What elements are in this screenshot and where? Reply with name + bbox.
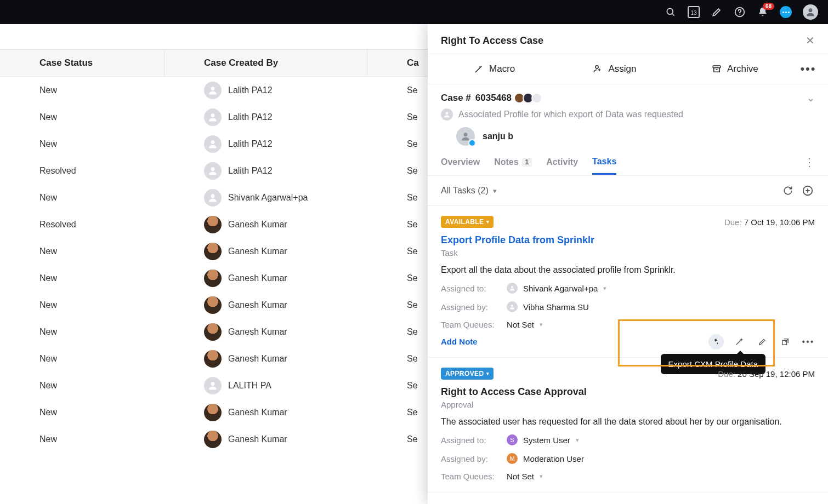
- svg-line-1: [672, 14, 674, 16]
- cell-created-by: Ganesh Kumar: [165, 216, 367, 233]
- task-status-badge[interactable]: APPROVED ▾: [441, 368, 494, 380]
- associated-profile-label-row: Associated Profile for which export of D…: [441, 108, 815, 121]
- topbar: 13 68: [0, 0, 828, 24]
- chevron-down-icon: ▾: [486, 371, 489, 376]
- cell-created-by: Ganesh Kumar: [165, 431, 367, 448]
- task-title[interactable]: Export Profile Data from Sprinklr: [441, 234, 815, 246]
- cell-status: New: [0, 434, 165, 444]
- task-subtitle: Approval: [441, 400, 815, 409]
- cell-status: New: [0, 85, 165, 95]
- open-external-icon[interactable]: [778, 334, 793, 350]
- svg-point-9: [211, 194, 215, 198]
- task-due: Due: 20 Sep 19, 12:06 PM: [718, 369, 815, 379]
- tasks-filter-dropdown[interactable]: All Tasks (2) ▾: [441, 186, 497, 196]
- cell-status: New: [0, 300, 165, 310]
- svg-point-14: [464, 133, 468, 136]
- case-participants[interactable]: [516, 93, 542, 104]
- user-avatar[interactable]: [803, 4, 818, 20]
- cell-status: New: [0, 327, 165, 337]
- task-assigned-by: Assigned by:Vibha Sharma SU: [441, 301, 815, 312]
- expand-case-icon[interactable]: ⌄: [807, 92, 815, 104]
- more-actions-icon[interactable]: •••: [795, 62, 821, 76]
- svg-point-11: [596, 66, 598, 68]
- task-subtitle: Task: [441, 248, 815, 257]
- edit-icon[interactable]: [711, 6, 723, 18]
- user-avatar-icon: [204, 162, 222, 180]
- chevron-down-icon: ▾: [603, 285, 606, 292]
- tab-more-icon[interactable]: ⋮: [804, 156, 815, 175]
- profile-avatar: [456, 127, 475, 146]
- task-description: Export all the data about the associated…: [441, 265, 815, 275]
- calendar-day: 13: [690, 10, 696, 16]
- cell-created-by: Ganesh Kumar: [165, 404, 367, 421]
- task-assigned-to[interactable]: Assigned to:Shivank Agarwal+pa▾: [441, 283, 815, 294]
- chevron-down-icon: ▾: [486, 219, 489, 225]
- archive-button[interactable]: Archive: [675, 64, 795, 75]
- user-avatar-icon: [204, 216, 222, 233]
- cell-created-by: Ganesh Kumar: [165, 270, 367, 287]
- svg-point-5: [211, 87, 215, 90]
- profile-name: sanju b: [483, 131, 513, 141]
- svg-point-0: [667, 8, 673, 14]
- column-header-created-by[interactable]: Case Created By: [165, 50, 367, 76]
- associated-profile[interactable]: sanju b: [441, 127, 815, 146]
- tab-tasks[interactable]: Tasks: [592, 157, 616, 175]
- archive-icon: [712, 64, 722, 74]
- task-due: Due: 7 Oct 19, 10:06 PM: [724, 217, 815, 227]
- tab-activity[interactable]: Activity: [546, 157, 578, 174]
- notifications-icon[interactable]: 68: [757, 6, 769, 18]
- task-action-bar: •••Export CXM Profile Data: [708, 334, 816, 350]
- macro-button[interactable]: Macro: [434, 64, 554, 75]
- cell-created-by: Ganesh Kumar: [165, 243, 367, 260]
- cell-status: Resolved: [0, 220, 165, 230]
- wand-icon[interactable]: [731, 334, 747, 350]
- tasks-toolbar: All Tasks (2) ▾: [428, 176, 828, 205]
- user-avatar-icon: [204, 108, 222, 126]
- chat-icon[interactable]: [780, 6, 792, 18]
- task-team-queues[interactable]: Team Queues:Not Set▾: [441, 472, 815, 481]
- column-header-status[interactable]: Case Status: [0, 50, 165, 76]
- panel-title: Right To Access Case: [441, 35, 543, 47]
- edit-icon[interactable]: [755, 334, 770, 350]
- cell-status: New: [0, 247, 165, 256]
- case-number: 6035468: [475, 93, 512, 104]
- cell-created-by: LALITH PA: [165, 377, 367, 394]
- svg-point-4: [809, 8, 813, 12]
- user-avatar-icon: [204, 323, 222, 341]
- user-avatar-icon: [204, 350, 222, 368]
- task-assigned-to[interactable]: Assigned to:SSystem User▾: [441, 434, 815, 445]
- cell-status: New: [0, 193, 165, 203]
- task-card: APPROVED ▾Due: 20 Sep 19, 12:06 PMRight …: [428, 358, 828, 492]
- chevron-down-icon: ▾: [540, 321, 543, 328]
- task-assigned-by: Assigned by:MModeration User: [441, 453, 815, 464]
- refresh-icon[interactable]: [781, 184, 795, 198]
- svg-rect-12: [713, 66, 721, 68]
- tab-overview[interactable]: Overview: [441, 157, 480, 174]
- svg-point-8: [211, 167, 215, 171]
- search-icon[interactable]: [665, 6, 677, 18]
- help-icon[interactable]: [734, 6, 746, 18]
- task-team-queues[interactable]: Team Queues:Not Set▾: [441, 320, 815, 329]
- panel-action-bar: Macro Assign Archive •••: [428, 54, 828, 84]
- svg-point-6: [211, 113, 215, 117]
- cell-created-by: Shivank Agarwal+pa: [165, 189, 367, 207]
- user-avatar-icon: [204, 431, 222, 448]
- svg-point-16: [511, 286, 513, 288]
- profile-icon: [441, 108, 453, 121]
- svg-point-7: [211, 140, 215, 144]
- panel-tabs: Overview Notes1 Activity Tasks ⋮: [428, 146, 828, 176]
- task-description: The associated user has requested for al…: [441, 417, 815, 427]
- more-icon[interactable]: •••: [801, 334, 816, 350]
- svg-point-10: [211, 382, 215, 386]
- chevron-down-icon: ▾: [493, 187, 497, 195]
- cell-status: Resolved: [0, 166, 165, 176]
- tab-notes[interactable]: Notes1: [494, 157, 532, 174]
- calendar-icon[interactable]: 13: [688, 6, 700, 18]
- add-task-icon[interactable]: [801, 184, 815, 198]
- close-icon[interactable]: ✕: [806, 34, 815, 47]
- export-cxm-icon[interactable]: [708, 334, 724, 350]
- task-status-badge[interactable]: AVAILABLE ▾: [441, 216, 494, 228]
- user-avatar-icon: [204, 135, 222, 153]
- cell-status: New: [0, 139, 165, 149]
- assign-button[interactable]: Assign: [554, 64, 674, 75]
